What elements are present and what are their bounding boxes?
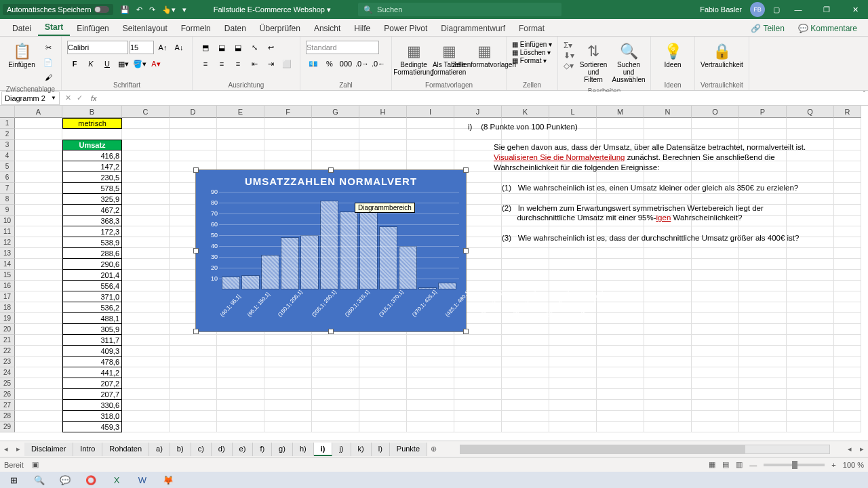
cell[interactable] [787, 367, 834, 378]
cell[interactable] [217, 346, 264, 357]
cell[interactable]: 207,2 [62, 378, 122, 389]
fx-icon[interactable]: fx [87, 94, 101, 102]
tab-datei[interactable]: Datei [5, 21, 38, 36]
cell[interactable] [217, 411, 264, 422]
cell[interactable] [122, 216, 170, 226]
font-name-input[interactable] [67, 41, 128, 54]
cell[interactable] [834, 281, 861, 291]
cell[interactable] [407, 357, 454, 367]
cell[interactable] [122, 259, 170, 270]
cell[interactable] [502, 367, 549, 378]
cell[interactable] [787, 248, 834, 259]
cell[interactable] [217, 378, 264, 389]
font-size-input[interactable] [130, 41, 154, 54]
number-format-select[interactable] [306, 41, 379, 54]
column-header[interactable]: B [62, 106, 122, 118]
sheet-tab[interactable]: j) [332, 443, 351, 456]
taskbar-search-icon[interactable]: 🔍 [28, 473, 50, 487]
taskbar-app1-icon[interactable]: 💬 [54, 473, 76, 487]
share-button[interactable]: 🔗 Teilen [745, 21, 789, 36]
cell[interactable] [739, 291, 787, 302]
italic-button[interactable]: K [83, 57, 98, 70]
column-header[interactable]: P [739, 106, 787, 118]
cell[interactable] [834, 313, 861, 324]
indent-dec-icon[interactable]: ⇤ [247, 57, 262, 70]
cell[interactable] [739, 259, 787, 270]
column-header[interactable]: O [692, 106, 739, 118]
orientation-icon[interactable]: ⤡ [247, 41, 262, 54]
tab-formeln[interactable]: Formeln [174, 21, 218, 36]
cell[interactable] [122, 226, 170, 237]
cell[interactable]: 201,4 [62, 270, 122, 281]
cell[interactable] [739, 367, 787, 378]
cell[interactable] [15, 367, 62, 378]
cell[interactable] [502, 346, 549, 357]
cell[interactable] [644, 259, 692, 270]
cell[interactable] [122, 205, 170, 216]
cell[interactable] [359, 335, 407, 346]
cell[interactable] [264, 378, 312, 389]
cell[interactable] [502, 378, 549, 389]
cell[interactable] [170, 118, 217, 129]
cell[interactable] [15, 194, 62, 205]
cell[interactable] [597, 357, 644, 367]
cell[interactable] [359, 400, 407, 411]
insert-cells-button[interactable]: ▦ Einfügen ▾ [512, 41, 552, 48]
decrease-font-icon[interactable]: A↓ [172, 41, 186, 54]
cell[interactable] [644, 378, 692, 389]
cell[interactable] [834, 411, 861, 422]
cell[interactable] [170, 389, 217, 400]
cell[interactable]: 230,5 [62, 172, 122, 183]
cell[interactable] [549, 411, 597, 422]
row-header[interactable]: 10 [0, 216, 15, 226]
chart-bar[interactable] [379, 226, 397, 289]
redo-icon[interactable]: ↷ [149, 5, 155, 14]
cell[interactable] [15, 291, 62, 302]
cell[interactable]: 556,4 [62, 281, 122, 291]
minimize-button[interactable]: — [788, 5, 808, 14]
cell[interactable] [407, 400, 454, 411]
cell[interactable] [692, 313, 739, 324]
cell[interactable] [264, 140, 312, 150]
cell[interactable] [597, 270, 644, 281]
view-normal-icon[interactable]: ▦ [709, 460, 715, 469]
cell[interactable] [407, 346, 454, 357]
formula-input[interactable] [101, 92, 868, 105]
cell[interactable] [834, 335, 861, 346]
cell[interactable] [644, 281, 692, 291]
cell[interactable] [692, 248, 739, 259]
cell[interactable] [15, 183, 62, 194]
cell[interactable] [834, 367, 861, 378]
cell[interactable] [739, 389, 787, 400]
cell[interactable]: 325,9 [62, 194, 122, 205]
cell[interactable] [739, 400, 787, 411]
cell[interactable] [454, 335, 502, 346]
cell[interactable] [264, 367, 312, 378]
font-color-icon[interactable]: A▾ [149, 57, 163, 70]
enter-formula-icon[interactable]: ✓ [77, 94, 83, 102]
save-icon[interactable]: 💾 [120, 5, 130, 14]
cell[interactable] [122, 129, 170, 140]
cell[interactable] [692, 281, 739, 291]
cell[interactable] [644, 313, 692, 324]
cell[interactable] [122, 172, 170, 183]
chart-bar[interactable] [281, 237, 299, 289]
cell[interactable] [454, 367, 502, 378]
column-header[interactable]: G [312, 106, 359, 118]
merge-icon[interactable]: ⬜ [279, 57, 294, 70]
cell[interactable] [170, 357, 217, 367]
cell[interactable] [122, 367, 170, 378]
cell[interactable] [834, 324, 861, 335]
cell[interactable] [122, 183, 170, 194]
cell[interactable] [739, 248, 787, 259]
cell[interactable] [15, 335, 62, 346]
delete-cells-button[interactable]: ▦ Löschen ▾ [512, 49, 551, 56]
cell[interactable] [312, 400, 359, 411]
cell[interactable] [122, 281, 170, 291]
cell[interactable] [739, 335, 787, 346]
cell[interactable] [644, 422, 692, 432]
cell[interactable] [502, 422, 549, 432]
ideas-button[interactable]: 💡Ideen [656, 41, 689, 71]
cell[interactable] [692, 335, 739, 346]
cell[interactable] [217, 118, 264, 129]
